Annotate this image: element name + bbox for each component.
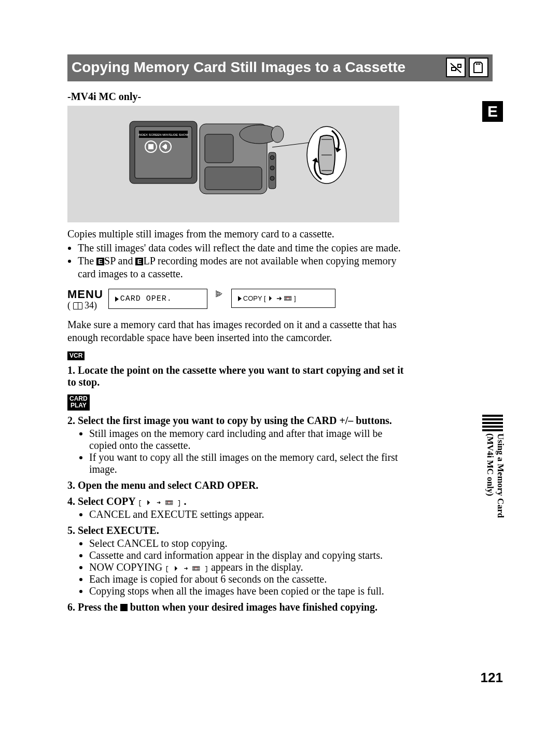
menu-label: MENU bbox=[67, 289, 103, 300]
svg-rect-7 bbox=[205, 134, 233, 163]
intro-bullet-2: The ESP and ELP recording modes are not … bbox=[78, 255, 410, 280]
intro-bullet-1: The still images' data codes will reflec… bbox=[78, 242, 410, 255]
svg-point-14 bbox=[270, 176, 274, 180]
intro-paragraph: Copies multiple still images from the me… bbox=[67, 228, 410, 280]
step-2-bullet-1: Still images on the memory card includin… bbox=[89, 428, 410, 451]
copy-glyph-icon: [ 🞂 ➜ 📼 ] bbox=[138, 499, 181, 507]
page-number: 121 bbox=[481, 670, 503, 686]
memory-card-icon bbox=[469, 58, 488, 77]
menu-box-card-oper: CARD OPER. bbox=[108, 289, 207, 309]
vcr-mode-badge: VCR bbox=[67, 351, 85, 360]
step-5: 5. Select EXECUTE. Select CANCEL to stop… bbox=[67, 525, 410, 597]
menu-path-row: MENU ( 34) CARD OPER. ⫸ COPY [ 🞂 ➜ 📼 ] bbox=[67, 289, 493, 311]
title-icons bbox=[446, 58, 488, 77]
step-5-bullet-4: Each image is copied for about 6 seconds… bbox=[89, 573, 410, 585]
steps-list: 1. Locate the point on the cassette wher… bbox=[67, 364, 410, 613]
intro-bullet-list: The still images' data codes will reflec… bbox=[67, 242, 410, 280]
camera-icon bbox=[446, 58, 466, 77]
step-4: 4. Select COPY [ 🞂 ➜ 📼 ] . CANCEL and EX… bbox=[67, 496, 410, 520]
insert-note: Make sure a memory card that has images … bbox=[67, 318, 410, 344]
step-3: 3. Open the menu and select CARD OPER. bbox=[67, 479, 410, 491]
step-2-bullet-2: If you want to copy all the still images… bbox=[89, 451, 410, 475]
menu-label-block: MENU ( 34) bbox=[67, 289, 103, 311]
svg-point-10 bbox=[271, 126, 284, 143]
step-5-bullet-2: Cassette and card information appear in … bbox=[89, 549, 410, 561]
forward-icon: ⫸ bbox=[215, 289, 224, 300]
model-note: -MV4i MC only- bbox=[67, 91, 493, 103]
step-6: 6. Press the button when your desired im… bbox=[67, 601, 410, 613]
svg-rect-5 bbox=[149, 145, 153, 149]
step-5-bullet-5: Copying stops when all the images have b… bbox=[89, 585, 410, 597]
section-title: Copying Memory Card Still Images to a Ca… bbox=[72, 59, 446, 76]
camcorder-illustration: INDEX SCREEN MIX/SLIDE SHOW bbox=[67, 106, 399, 222]
step-4-bullet-1: CANCEL and EXECUTE settings appear. bbox=[89, 509, 410, 520]
step-5-bullet-1: Select CANCEL to stop copying. bbox=[89, 538, 410, 549]
copy-glyph-icon: [ 🞂 ➜ 📼 ] bbox=[165, 565, 208, 573]
screen-mode-label: INDEX SCREEN MIX/SLIDE SHOW bbox=[138, 133, 189, 136]
svg-point-13 bbox=[270, 166, 274, 170]
language-tab-e: E bbox=[482, 101, 503, 122]
cardplay-mode-badge: CARD PLAY bbox=[67, 394, 90, 410]
step-1: 1. Locate the point on the cassette wher… bbox=[67, 364, 410, 388]
section-marker-bars bbox=[482, 415, 503, 431]
stop-icon bbox=[120, 604, 128, 611]
section-title-bar: Copying Memory Card Still Images to a Ca… bbox=[67, 54, 493, 81]
svg-rect-8 bbox=[205, 167, 262, 190]
play-icon bbox=[115, 297, 119, 302]
intro-text: Copies multiple still images from the me… bbox=[67, 228, 334, 239]
menu-box-copy: COPY [ 🞂 ➜ 📼 ] bbox=[231, 289, 335, 308]
play-icon bbox=[238, 296, 242, 301]
step-2: 2. Select the first image you want to co… bbox=[67, 415, 410, 475]
menu-page-ref: ( 34) bbox=[67, 300, 103, 311]
step-5-bullet-3: NOW COPYING [ 🞂 ➜ 📼 ] appears in the dis… bbox=[89, 561, 410, 573]
svg-point-12 bbox=[270, 156, 274, 160]
page-content: Copying Memory Card Still Images to a Ca… bbox=[67, 54, 493, 613]
manual-icon bbox=[73, 302, 82, 309]
chapter-side-label: Using a Memory Card (MV4i MC only) bbox=[485, 433, 506, 518]
